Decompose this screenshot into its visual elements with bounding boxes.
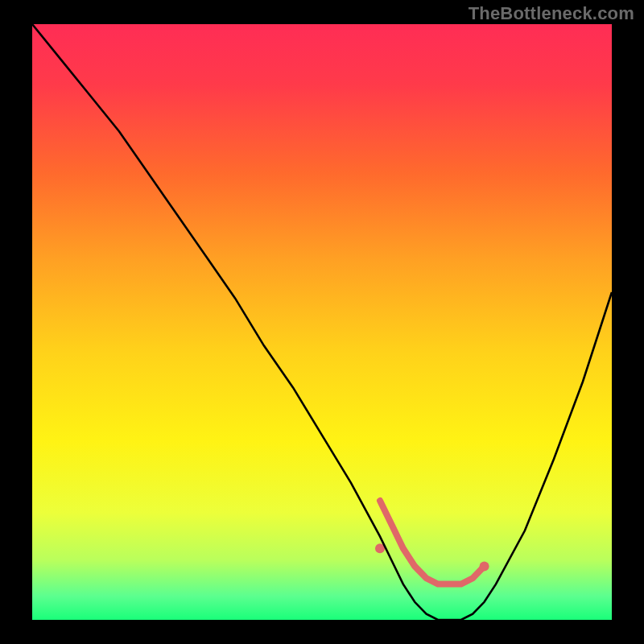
accent-dot-right xyxy=(480,561,489,571)
bottleneck-plot xyxy=(0,0,644,644)
watermark-text: TheBottleneck.com xyxy=(469,3,634,24)
chart-stage: TheBottleneck.com xyxy=(0,0,644,644)
